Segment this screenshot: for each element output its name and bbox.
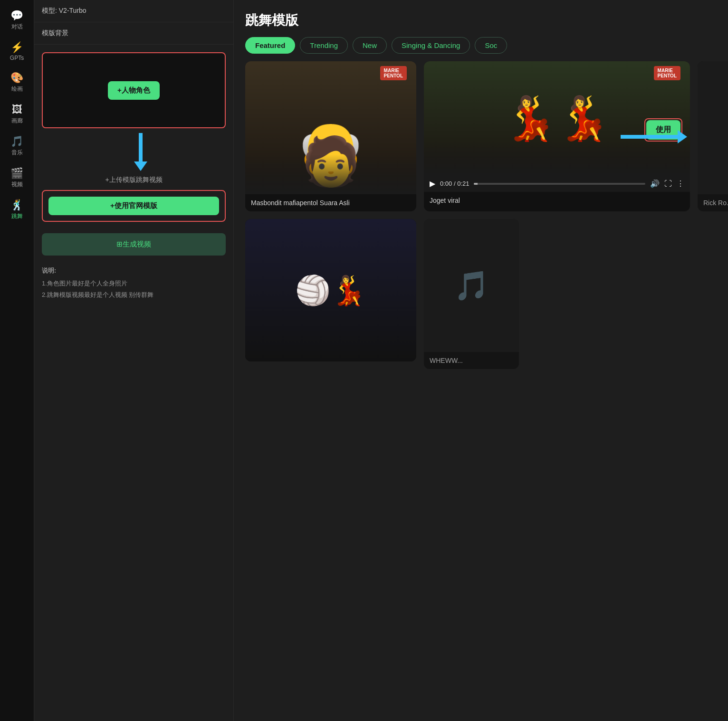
upload-label: +上传模版跳舞视频: [34, 174, 233, 186]
card-1-title: Masbondit mafiapentol Suara Asli: [245, 194, 416, 211]
sidebar-label-gallery: 画廊: [11, 117, 23, 125]
main-content: 跳舞模版 Featured Trending New Singing & Dan…: [234, 0, 728, 721]
volleyball-scene: 🏐💃: [245, 219, 416, 361]
music-icon: 🎵: [10, 136, 23, 147]
note-item-1: 1.角色图片最好是个人全身照片: [42, 278, 226, 289]
more-options-button[interactable]: ⋮: [677, 179, 684, 188]
model-header: 模型: V2-Turbo: [34, 0, 233, 22]
video-card-3-partial: 🎤 Rick Ro...: [698, 61, 728, 211]
wheww-thumbnail: 🎵: [424, 219, 519, 352]
progress-bar: [474, 183, 477, 185]
wheww-thumb: 🎵: [424, 219, 519, 352]
play-button[interactable]: ▶: [430, 179, 435, 188]
sidebar-item-chat[interactable]: 💬 对话: [2, 6, 32, 36]
sidebar-label-dance: 跳舞: [11, 212, 23, 220]
fullscreen-button[interactable]: ⛶: [664, 180, 672, 188]
sidebar-item-dance[interactable]: 🕺 跳舞: [2, 195, 32, 225]
character-area: +人物角色: [42, 52, 226, 128]
model-label: 模型: V2-Turbo: [42, 7, 86, 14]
progress-bar-container[interactable]: [474, 183, 645, 185]
use-button-annotation: 使用: [644, 118, 682, 142]
notes-title: 说明:: [42, 265, 226, 276]
use-button-container: 使用: [644, 118, 682, 142]
official-template-area: +使用官网模版: [42, 190, 226, 222]
sidebar-label-video: 视频: [11, 180, 23, 189]
time-display: 0:00 / 0:21: [440, 180, 469, 187]
sidebar-label-paint: 绘画: [11, 85, 23, 93]
bg-label: 模版背景: [34, 22, 233, 45]
video-card-wheww: 🎵 WHEWW...: [424, 219, 519, 369]
page-title: 跳舞模版: [234, 0, 728, 37]
volume-button[interactable]: 🔊: [650, 179, 660, 188]
video-card-1: MARIEPENTOL 🧑 Masbondit mafiapentol Suar…: [245, 61, 416, 211]
sidebar-item-gpts[interactable]: ⚡ GPTs: [2, 38, 32, 66]
use-official-template-button[interactable]: +使用官网模版: [48, 197, 219, 215]
sidebar-item-gallery[interactable]: 🖼 画廊: [2, 100, 32, 130]
sidebar-item-music[interactable]: 🎵 音乐: [2, 132, 32, 161]
video-card-bottom: 🏐💃: [245, 219, 416, 361]
cards-row-2: 🏐💃 🎵 WHEWW...: [245, 219, 717, 369]
video-thumbnail-3: 🎤: [698, 61, 728, 194]
tab-singing-dancing[interactable]: Singing & Dancing: [392, 37, 470, 54]
sidebar-label-gpts: GPTs: [10, 55, 24, 61]
tab-soc[interactable]: Soc: [475, 37, 507, 54]
gpts-icon: ⚡: [10, 42, 23, 53]
sidebar-item-video[interactable]: 🎬 视频: [2, 163, 32, 193]
gallery-icon: 🖼: [12, 104, 22, 115]
person-figure: MARIEPENTOL 🧑: [245, 61, 416, 194]
tab-featured[interactable]: Featured: [245, 37, 295, 54]
use-template-button[interactable]: 使用: [646, 120, 680, 140]
generate-video-button[interactable]: ⊞生成视频: [42, 233, 226, 256]
sidebar-label-music: 音乐: [11, 149, 23, 157]
sidebar: 💬 对话 ⚡ GPTs 🎨 绘画 🖼 画廊 🎵 音乐 🎬 视频 🕺 跳舞: [0, 0, 34, 721]
left-panel: 模型: V2-Turbo 模版背景 +人物角色 +上传模版跳舞视频 +使用官网模…: [34, 0, 234, 721]
sidebar-item-paint[interactable]: 🎨 绘画: [2, 68, 32, 98]
note-item-2: 2.跳舞模版视频最好是个人视频 别传群舞: [42, 289, 226, 300]
video-thumbnail-1: MARIEPENTOL 🧑: [245, 61, 416, 194]
video-icon: 🎬: [10, 168, 23, 179]
notes-area: 说明: 1.角色图片最好是个人全身照片 2.跳舞模版视频最好是个人视频 别传群舞: [34, 259, 233, 306]
tabs-container: Featured Trending New Singing & Dancing …: [234, 37, 728, 61]
marie-pentol-sign-1: MARIEPENTOL: [380, 66, 407, 80]
card-3-title: Rick Ro...: [698, 194, 728, 211]
girl-emoji: 💃: [557, 94, 610, 143]
add-character-button[interactable]: +人物角色: [108, 81, 160, 100]
marie-pentol-sign-2: MARIEPENTOL: [654, 66, 680, 80]
cards-row-1: MARIEPENTOL 🧑 Masbondit mafiapentol Suar…: [245, 61, 717, 211]
partial-thumb: 🎤: [698, 61, 728, 194]
tab-new[interactable]: New: [353, 37, 387, 54]
tab-trending[interactable]: Trending: [300, 37, 348, 54]
chat-icon: 💬: [10, 10, 23, 21]
card-2-title: Joget viral: [424, 192, 690, 209]
paint-icon: 🎨: [10, 73, 23, 83]
wheww-title: WHEWW...: [424, 352, 519, 369]
sidebar-label-chat: 对话: [11, 23, 23, 31]
dance-icon: 🕺: [10, 200, 23, 210]
video-controls: ▶ 0:00 / 0:21 🔊 ⛶ ⋮: [424, 175, 690, 192]
video-card-2: MARIEPENTOL 💃 ▶ 0:00 / 0:21 🔊 ⛶: [424, 61, 690, 211]
content-area: MARIEPENTOL 🧑 Masbondit mafiapentol Suar…: [234, 61, 728, 721]
